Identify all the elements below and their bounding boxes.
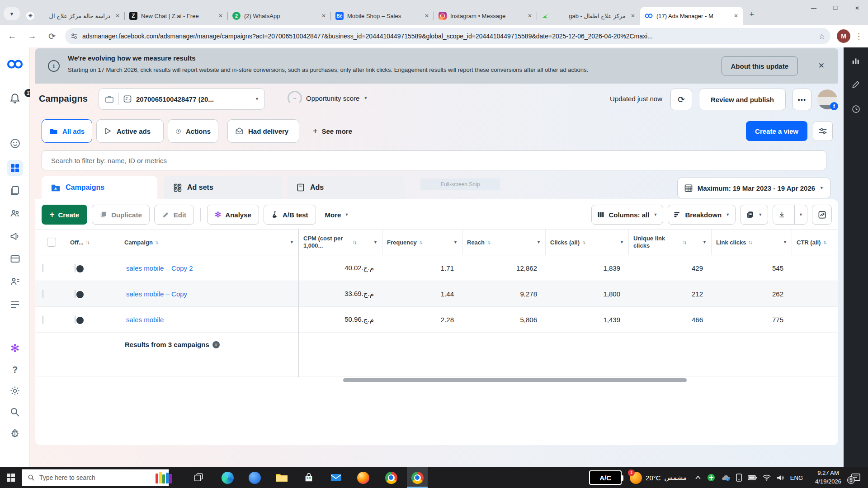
select-all-checkbox[interactable]: [47, 238, 56, 247]
breakdown-button[interactable]: Breakdown ▼: [668, 205, 736, 225]
meta-logo[interactable]: [0, 59, 30, 69]
language-indicator[interactable]: ENG: [790, 474, 803, 481]
site-settings-icon[interactable]: [71, 33, 78, 40]
col-frequency[interactable]: Frequency↑↓▼: [382, 230, 462, 255]
create-button[interactable]: + Create: [42, 205, 87, 225]
minimize-button[interactable]: —: [803, 0, 825, 16]
analyse-button[interactable]: ✻ Analyse: [207, 205, 259, 225]
row-checkbox[interactable]: [42, 264, 43, 272]
search-icon[interactable]: [0, 407, 30, 418]
notifications-bell-icon[interactable]: 17: [0, 93, 30, 104]
volume-icon[interactable]: [777, 474, 784, 481]
campaign-name-link[interactable]: sales mobile – Copy: [120, 290, 298, 298]
col-ctr-all[interactable]: CTR (all)↑↓: [792, 230, 838, 255]
help-icon[interactable]: ?: [0, 365, 30, 375]
close-tab-icon[interactable]: ✕: [217, 12, 224, 19]
ad-account-selector[interactable]: 2070065100428477 (20... ▼: [99, 88, 265, 110]
campaign-toggle-off[interactable]: [75, 290, 75, 298]
filter-chevron-icon[interactable]: ▼: [783, 240, 787, 244]
campaign-name-link[interactable]: sales mobile: [120, 316, 298, 324]
sidebar-item-ads-reporting[interactable]: [0, 231, 30, 242]
opportunity-score[interactable]: -- Opportunity score ▼: [288, 91, 368, 105]
filter-chevron-icon[interactable]: ▼: [703, 240, 707, 244]
sidebar-item-account-overview[interactable]: [0, 138, 30, 149]
review-and-publish-button[interactable]: Review and publish: [699, 89, 786, 110]
maximize-button[interactable]: ☐: [825, 0, 846, 16]
col-cpm[interactable]: CPM (cost per 1,000...↑↓▼: [298, 230, 382, 255]
battery-icon[interactable]: [748, 475, 757, 480]
settings-gear-icon[interactable]: [0, 385, 30, 396]
taskbar-app-chrome-active[interactable]: [407, 467, 428, 488]
sidebar-item-billing[interactable]: [0, 253, 30, 264]
meta-advantage-icon[interactable]: ✻: [0, 342, 30, 355]
tab-ad-sets[interactable]: Ad sets: [164, 176, 283, 199]
taskbar-search[interactable]: Type here to search: [22, 469, 169, 486]
taskbar-app-browser[interactable]: [244, 467, 265, 488]
campaign-toggle-off[interactable]: [75, 315, 75, 324]
close-tab-icon[interactable]: ✕: [320, 12, 327, 19]
view-settings-button[interactable]: [813, 121, 833, 141]
col-clicks-all[interactable]: Clicks (all)↑↓▼: [545, 230, 628, 255]
close-window-button[interactable]: ✕: [846, 0, 868, 16]
sidebar-item-audiences[interactable]: [0, 208, 30, 219]
export-button[interactable]: ▼: [773, 205, 807, 225]
banner-close-icon[interactable]: ✕: [818, 61, 825, 70]
table-row[interactable]: sales mobile – Copy 2 40.02.ج.م 1.71 12,…: [35, 255, 838, 281]
filter-had-delivery[interactable]: Had delivery: [227, 119, 299, 143]
filter-active-ads[interactable]: Active ads: [96, 119, 164, 143]
table-row[interactable]: sales mobile 50.96.ج.م 2.28 5,806 1,439 …: [35, 307, 838, 333]
ab-test-button[interactable]: A/B test: [264, 205, 316, 225]
filter-actions[interactable]: Actions: [168, 119, 218, 143]
reports-button[interactable]: ▼: [740, 205, 768, 225]
browser-tab[interactable]: Z New Chat | Z.ai - Free ✕: [125, 7, 228, 25]
tab-search-button[interactable]: ▾: [4, 7, 20, 20]
filter-chevron-icon[interactable]: ▼: [373, 240, 377, 244]
more-options-button[interactable]: •••: [793, 89, 811, 110]
tray-expand-icon[interactable]: [695, 475, 701, 480]
taskbar-app-mail[interactable]: [326, 467, 346, 488]
reload-icon[interactable]: ⟳: [44, 28, 60, 44]
library-books-icon[interactable]: [156, 472, 172, 483]
browser-tab[interactable]: مركز علاج اطفال - gab ✕: [537, 7, 640, 25]
info-icon[interactable]: i: [212, 341, 220, 348]
browser-tab[interactable]: ✳ دراسة حالة مركز علاج ال ✕: [22, 7, 125, 25]
user-avatar[interactable]: f: [817, 89, 837, 109]
table-row[interactable]: sales mobile – Copy 33.69.ج.م 1.44 9,278…: [35, 281, 838, 307]
sidebar-item-all-tools[interactable]: [0, 300, 30, 310]
about-this-update-button[interactable]: About this update: [722, 56, 798, 75]
date-range-selector[interactable]: Maximum: 19 Mar 2023 - 19 Apr 2026 ▼: [677, 178, 830, 198]
sidebar-item-campaigns-active[interactable]: [0, 160, 30, 176]
edit-pencil-icon[interactable]: [844, 80, 868, 89]
taskbar-app-firefox[interactable]: [353, 467, 373, 488]
sidebar-item-pages[interactable]: [0, 185, 30, 196]
onedrive-cloud-icon[interactable]: i: [721, 474, 730, 481]
edit-button[interactable]: Edit: [154, 205, 194, 225]
new-tab-button[interactable]: +: [745, 8, 759, 21]
back-icon[interactable]: ←: [5, 28, 20, 44]
taskbar-app-file-explorer[interactable]: [271, 467, 292, 488]
filter-all-ads[interactable]: All ads: [42, 119, 92, 143]
col-campaign[interactable]: Campaign↑↓▼: [120, 230, 298, 255]
address-bar[interactable]: adsmanager.facebook.com/adsmanager/manag…: [65, 28, 830, 44]
wifi-icon[interactable]: [763, 474, 771, 481]
browser-tab[interactable]: Bē Mobile Shop – Sales ✕: [331, 7, 434, 25]
scrollbar-thumb[interactable]: [343, 378, 687, 382]
campaign-toggle-off[interactable]: [75, 264, 75, 272]
taskbar-app-edge[interactable]: [217, 467, 238, 488]
refresh-button[interactable]: ⟳: [670, 89, 692, 110]
close-tab-icon[interactable]: ✕: [629, 12, 637, 19]
browser-tab[interactable]: Instagram • Message ✕: [434, 7, 537, 25]
action-center-button[interactable]: 5: [851, 473, 861, 482]
row-checkbox[interactable]: [42, 290, 43, 298]
phone-link-icon[interactable]: [736, 474, 742, 482]
weather-widget[interactable]: 1 20°C مشمس: [630, 472, 687, 484]
close-tab-icon[interactable]: ✕: [114, 12, 121, 19]
report-bug-icon[interactable]: [0, 428, 30, 439]
close-tab-icon[interactable]: ✕: [423, 12, 430, 19]
campaign-name-link[interactable]: sales mobile – Copy 2: [120, 264, 298, 272]
browser-profile-avatar[interactable]: M: [837, 29, 850, 43]
sidebar-item-account-settings[interactable]: [0, 276, 30, 287]
col-reach[interactable]: Reach↑↓▼: [462, 230, 545, 255]
task-view-button[interactable]: [188, 467, 209, 488]
tab-ads[interactable]: Ads: [287, 176, 405, 199]
